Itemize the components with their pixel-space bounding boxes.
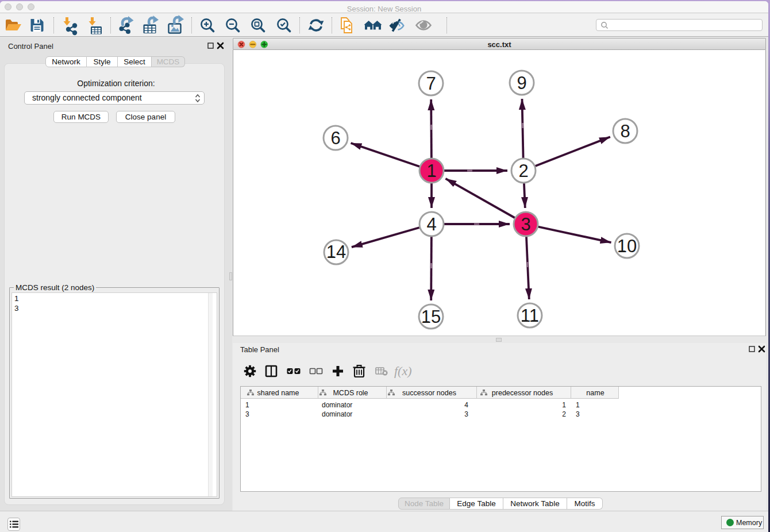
- svg-text:15: 15: [421, 307, 441, 327]
- svg-text:6: 6: [330, 128, 340, 148]
- svg-text:9: 9: [517, 73, 526, 93]
- svg-text:10: 10: [617, 236, 637, 256]
- svg-text:1: 1: [426, 161, 436, 181]
- svg-text:f(x): f(x): [394, 364, 412, 378]
- svg-text:2: 2: [518, 161, 528, 181]
- svg-text:8: 8: [620, 121, 630, 141]
- svg-text:7: 7: [426, 74, 436, 94]
- svg-text:14: 14: [326, 242, 346, 262]
- svg-text:3: 3: [521, 214, 530, 234]
- svg-text:4: 4: [426, 214, 436, 234]
- svg-text:11: 11: [521, 306, 539, 326]
